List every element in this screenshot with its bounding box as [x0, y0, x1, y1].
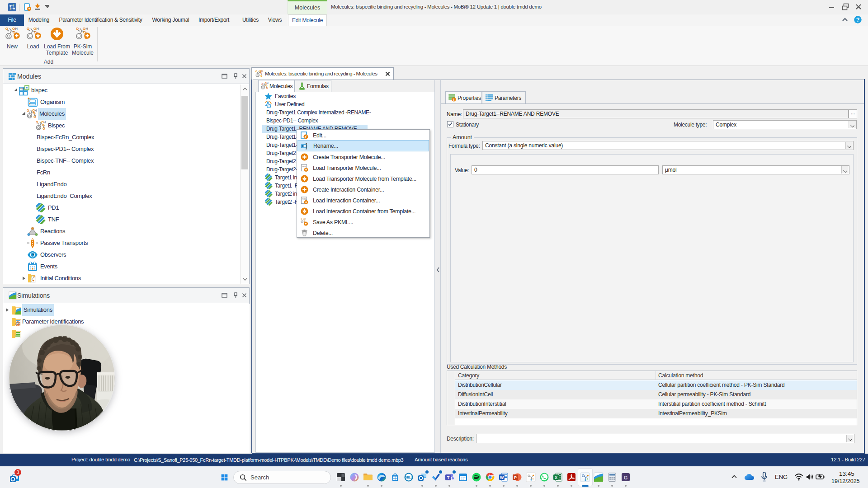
svg-text:PKML: PKML: [302, 198, 307, 200]
svg-text:DELL: DELL: [405, 476, 413, 479]
svg-text:G: G: [624, 475, 628, 480]
svg-text:PKSIM: PKSIM: [20, 88, 25, 90]
svg-text:P: P: [514, 475, 517, 480]
svg-text:X: X: [555, 475, 557, 480]
svg-text:T: T: [447, 475, 450, 480]
svg-text:W: W: [500, 475, 504, 480]
svg-text:?: ?: [856, 17, 860, 23]
svg-text:M: M: [33, 275, 35, 278]
svg-text:PKML: PKML: [302, 165, 307, 168]
